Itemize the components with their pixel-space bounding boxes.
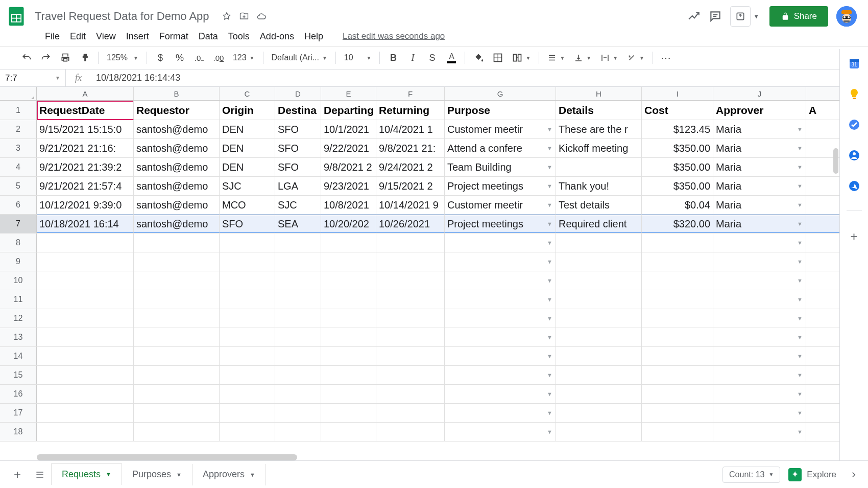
cell[interactable]: ▼ <box>445 366 556 384</box>
row-header[interactable]: 11 <box>0 290 37 309</box>
expand-sidepanel-button[interactable] <box>842 463 865 486</box>
cell[interactable] <box>376 347 445 365</box>
sheet-tab-requests[interactable]: Requests▼ <box>51 463 122 485</box>
cell[interactable]: ▼ <box>713 328 806 346</box>
undo-button[interactable] <box>18 50 35 66</box>
cell[interactable] <box>556 158 642 176</box>
contacts-icon[interactable] <box>848 149 860 161</box>
activity-icon[interactable] <box>687 10 701 23</box>
col-H[interactable]: H <box>556 87 642 100</box>
cell[interactable] <box>376 309 445 328</box>
cell[interactable] <box>642 366 713 384</box>
horizontal-scrollbar[interactable] <box>37 454 297 460</box>
cell[interactable] <box>376 328 445 346</box>
cell[interactable] <box>556 404 642 422</box>
cell[interactable]: ▼ <box>445 423 556 441</box>
cell[interactable] <box>642 328 713 346</box>
cell[interactable]: ▼ <box>713 347 806 365</box>
cell[interactable] <box>321 290 376 309</box>
row-header[interactable]: 8 <box>0 234 37 252</box>
col-F[interactable]: F <box>376 87 445 100</box>
header-details[interactable]: Details <box>556 101 642 120</box>
cell[interactable] <box>134 366 220 384</box>
cell[interactable]: santosh@demo <box>134 196 220 214</box>
cell[interactable] <box>37 328 134 346</box>
cell[interactable]: santosh@demo <box>134 120 220 138</box>
cell[interactable] <box>275 290 321 309</box>
cell[interactable] <box>220 328 275 346</box>
dropdown-icon[interactable]: ▼ <box>797 315 803 321</box>
cell[interactable]: ▼ <box>445 271 556 290</box>
header-origin[interactable]: Origin <box>220 101 275 120</box>
cell[interactable] <box>321 271 376 290</box>
cell[interactable]: ▼ <box>713 290 806 309</box>
rotate-dropdown[interactable]: ▼ <box>624 51 647 64</box>
cell[interactable]: ▼ <box>445 309 556 328</box>
more-button[interactable]: ⋯ <box>658 50 674 66</box>
dropdown-icon[interactable]: ▼ <box>797 391 803 397</box>
font-dropdown[interactable]: Default (Ari...▼ <box>269 51 330 64</box>
dropdown-icon[interactable]: ▼ <box>797 221 803 227</box>
dropdown-icon[interactable]: ▼ <box>797 410 803 416</box>
cell[interactable]: 10/18/2021 16:14 <box>37 215 134 233</box>
dropdown-icon[interactable]: ▼ <box>547 202 552 208</box>
cell[interactable]: ▼ <box>445 290 556 309</box>
dropdown-icon[interactable]: ▼ <box>547 334 552 340</box>
cell[interactable] <box>642 309 713 328</box>
dropdown-icon[interactable]: ▼ <box>547 240 552 246</box>
cell[interactable]: 10/8/2021 <box>321 196 376 214</box>
cell[interactable] <box>134 252 220 271</box>
cell[interactable] <box>275 252 321 271</box>
dropdown-icon[interactable]: ▼ <box>797 372 803 378</box>
cell[interactable] <box>642 252 713 271</box>
cell[interactable]: $0.04 <box>642 196 713 214</box>
maps-icon[interactable] <box>848 180 860 192</box>
account-avatar[interactable] <box>836 6 857 27</box>
menu-insert[interactable]: Insert <box>121 29 154 44</box>
cell[interactable] <box>642 404 713 422</box>
cell[interactable]: ▼ <box>445 404 556 422</box>
cell[interactable]: santosh@demo <box>134 158 220 176</box>
cell[interactable] <box>37 271 134 290</box>
dropdown-icon[interactable]: ▼ <box>797 126 803 132</box>
currency-button[interactable]: $ <box>152 50 168 66</box>
redo-button[interactable] <box>38 50 54 66</box>
cell[interactable] <box>220 385 275 403</box>
cell[interactable] <box>556 347 642 365</box>
cell[interactable]: ▼ <box>713 404 806 422</box>
paint-format-button[interactable] <box>77 50 93 66</box>
add-addon-icon[interactable]: + <box>848 229 860 242</box>
cell[interactable] <box>37 385 134 403</box>
cell[interactable] <box>134 328 220 346</box>
cell[interactable]: Maria▼ <box>713 139 806 157</box>
cell[interactable]: Maria▼ <box>713 177 806 195</box>
menu-help[interactable]: Help <box>299 29 328 44</box>
cell[interactable] <box>376 234 445 252</box>
cell[interactable]: SJC <box>275 196 321 214</box>
cell[interactable]: DEN <box>220 120 275 138</box>
cell[interactable]: 10/12/2021 9:39:0 <box>37 196 134 214</box>
menu-addons[interactable]: Add-ons <box>255 29 299 44</box>
row-header[interactable]: 16 <box>0 385 37 403</box>
v-align-dropdown[interactable]: ▼ <box>571 51 594 64</box>
cell[interactable] <box>220 252 275 271</box>
col-E[interactable]: E <box>321 87 376 100</box>
cell[interactable]: These are the r <box>556 120 642 138</box>
dropdown-icon[interactable]: ▼ <box>797 202 803 208</box>
dropdown-icon[interactable]: ▼ <box>547 126 552 132</box>
sheet-tab-approvers[interactable]: Approvers▼ <box>192 464 266 485</box>
cell[interactable] <box>134 271 220 290</box>
cell[interactable]: SEA <box>275 215 321 233</box>
col-C[interactable]: C <box>220 87 275 100</box>
cell[interactable]: ▼ <box>445 328 556 346</box>
cell[interactable]: ▼ <box>713 423 806 441</box>
menu-file[interactable]: File <box>40 29 65 44</box>
font-size-dropdown[interactable]: 10▼ <box>341 51 375 64</box>
italic-button[interactable]: I <box>404 50 421 66</box>
cell[interactable]: 9/8/2021 2 <box>321 158 376 176</box>
h-align-dropdown[interactable]: ▼ <box>544 51 568 64</box>
cell[interactable]: santosh@demo <box>134 215 220 233</box>
count-chip[interactable]: Count: 13▼ <box>722 467 780 483</box>
cell[interactable]: MCO <box>220 196 275 214</box>
cell[interactable]: 9/23/2021 <box>321 177 376 195</box>
